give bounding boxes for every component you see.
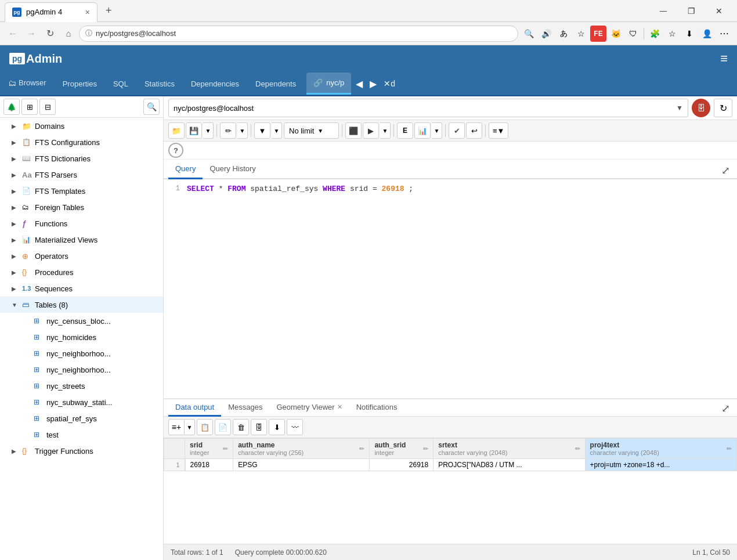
forward-btn[interactable]: → <box>23 26 39 42</box>
save-btn[interactable]: 💾 <box>186 122 202 139</box>
ext-btn[interactable]: 🐱 <box>608 26 624 42</box>
delete-row-btn[interactable]: 🗑 <box>233 419 249 435</box>
profile-btn[interactable]: 👤 <box>699 26 715 42</box>
add-row-dropdown[interactable]: ▼ <box>185 419 195 435</box>
query-tab-active[interactable]: 🔗 nyc/p <box>306 73 351 95</box>
restore-btn[interactable]: ❐ <box>678 2 705 20</box>
macros-btn[interactable]: ≡▼ <box>489 122 508 139</box>
edit-btn[interactable]: ✏ <box>220 122 236 139</box>
rollback-btn[interactable]: ↩ <box>466 122 482 139</box>
more-btn[interactable]: ⋯ <box>716 26 732 42</box>
paste-btn[interactable]: 📄 <box>215 419 231 435</box>
tree-item-fts-configs[interactable]: ▶ 📋 FTS Configurations <box>0 134 163 150</box>
run-dropdown-btn[interactable]: ▼ <box>380 122 391 139</box>
tree-item-test[interactable]: ⊞ test <box>0 427 163 443</box>
tree-item-tables[interactable]: ▼ 🗃 Tables (8) <box>0 297 163 313</box>
close-btn[interactable]: ✕ <box>706 2 732 20</box>
sidebar-tree-btn[interactable]: 🌲 <box>3 99 20 115</box>
results-tab-messages[interactable]: Messages <box>221 399 269 417</box>
browser-tab[interactable]: pg pgAdmin 4 × <box>5 2 97 22</box>
search-nav-btn[interactable]: 🔍 <box>521 26 537 42</box>
sql-editor[interactable]: 1 SELECT * FROM spatial_ref_sys WHERE sr… <box>164 179 737 399</box>
open-file-btn[interactable]: 📁 <box>168 122 185 139</box>
sidebar-search-btn[interactable]: 🔍 <box>143 99 160 115</box>
explain-btn[interactable]: E <box>397 122 413 139</box>
refresh-nav-btn[interactable]: ↻ <box>42 26 58 42</box>
edit-col-icon[interactable]: ✏ <box>223 445 228 453</box>
refresh-connection-btn[interactable]: ↻ <box>714 99 732 117</box>
read-aloud-btn[interactable]: 🔊 <box>538 26 554 42</box>
favorites-btn[interactable]: ☆ <box>573 26 589 42</box>
tab-nav-next[interactable]: ▶ <box>366 76 380 92</box>
minimize-btn[interactable]: — <box>650 2 677 20</box>
save-data-btn[interactable]: 🗄 <box>251 419 267 435</box>
tab-close-active[interactable]: ✕d <box>380 77 399 91</box>
save-dropdown-btn[interactable]: ▼ <box>203 122 214 139</box>
analyze-btn[interactable]: 📊 <box>414 122 431 139</box>
tab-browser[interactable]: 🗂 Browser <box>0 71 55 96</box>
tree-item-fts-parsers[interactable]: ▶ Aa FTS Parsers <box>0 167 163 183</box>
tab-close-btn[interactable]: × <box>85 8 90 17</box>
analyze-dropdown-btn[interactable]: ▼ <box>432 122 442 139</box>
copy-btn[interactable]: 📋 <box>197 419 213 435</box>
fe-btn[interactable]: FE <box>590 26 606 42</box>
db-connection-selector[interactable]: nyc/postgres@localhost ▼ <box>168 99 688 117</box>
tab-dependencies[interactable]: Dependencies <box>183 71 247 96</box>
tree-item-nyc-streets[interactable]: ⊞ nyc_streets <box>0 378 163 394</box>
fav-list-btn[interactable]: ☆ <box>664 26 680 42</box>
translate-btn[interactable]: あ <box>555 26 572 42</box>
tab-properties[interactable]: Properties <box>55 71 105 96</box>
tree-item-spatial-ref-sys[interactable]: ⊞ spatial_ref_sys <box>0 410 163 427</box>
download-btn[interactable]: ⬇ <box>269 419 285 435</box>
results-expand-btn[interactable]: ⤢ <box>719 401 732 416</box>
editor-expand-btn[interactable]: ⤢ <box>719 163 732 178</box>
filter-dropdown-btn[interactable]: ▼ <box>272 122 282 139</box>
edit-col-icon[interactable]: ✏ <box>575 445 580 453</box>
tree-item-nyc-neighborhoods2[interactable]: ⊞ nyc_neighborhoo... <box>0 362 163 378</box>
tree-item-functions[interactable]: ▶ ƒ Functions <box>0 215 163 232</box>
tab-dependents[interactable]: Dependents <box>247 71 304 96</box>
results-tab-notifications[interactable]: Notifications <box>349 399 404 417</box>
new-tab-btn[interactable]: + <box>101 3 117 18</box>
edit-col-icon[interactable]: ✏ <box>727 445 732 453</box>
shield-btn[interactable]: 🛡 <box>625 26 641 42</box>
tab-query-history[interactable]: Query History <box>203 160 262 179</box>
edit-col-icon[interactable]: ✏ <box>359 445 364 453</box>
downloads-btn[interactable]: ⬇ <box>681 26 698 42</box>
tree-item-fts-dicts[interactable]: ▶ 📖 FTS Dictionaries <box>0 150 163 167</box>
limit-selector[interactable]: No limit ▼ <box>284 122 339 139</box>
tree-item-nyc-census[interactable]: ⊞ nyc_census_bloc... <box>0 313 163 329</box>
graph-btn[interactable]: 〰 <box>287 419 303 435</box>
results-tab-geometry-viewer[interactable]: Geometry Viewer ✕ <box>269 399 349 417</box>
extensions-btn[interactable]: 🧩 <box>646 26 663 42</box>
tree-item-sequences[interactable]: ▶ 1.3 Sequences <box>0 280 163 297</box>
address-bar[interactable]: ⓘ nyc/postgres@localhost <box>79 26 518 42</box>
tree-item-procedures[interactable]: ▶ {} Procedures <box>0 264 163 280</box>
tree-item-foreign-tables[interactable]: ▶ 🗂 Foreign Tables <box>0 199 163 215</box>
tree-item-nyc-neighborhoods1[interactable]: ⊞ nyc_neighborhoo... <box>0 345 163 362</box>
filter-btn[interactable]: ▼ <box>254 122 270 139</box>
help-btn[interactable]: ? <box>168 143 183 158</box>
tree-item-materialized-views[interactable]: ▶ 📊 Materialized Views <box>0 232 163 248</box>
edit-col-icon[interactable]: ✏ <box>423 445 428 453</box>
sidebar-grid-btn[interactable]: ⊟ <box>39 99 56 115</box>
tab-query[interactable]: Query <box>168 160 203 179</box>
add-row-btn[interactable]: ≡+ <box>168 419 185 435</box>
back-btn[interactable]: ← <box>5 26 21 42</box>
tree-item-nyc-subway[interactable]: ⊞ nyc_subway_stati... <box>0 394 163 410</box>
header-menu-btn[interactable]: ≡ <box>720 51 728 66</box>
tab-nav-prev[interactable]: ◀ <box>352 76 366 92</box>
geometry-viewer-close-icon[interactable]: ✕ <box>337 403 342 411</box>
tree-item-fts-templates[interactable]: ▶ 📄 FTS Templates <box>0 183 163 199</box>
stop-btn[interactable]: ⬛ <box>345 122 362 139</box>
results-tab-data-output[interactable]: Data output <box>168 399 221 417</box>
tab-sql[interactable]: SQL <box>105 71 136 96</box>
sidebar-table-btn[interactable]: ⊞ <box>21 99 38 115</box>
run-btn[interactable]: ▶ <box>363 122 379 139</box>
home-btn[interactable]: ⌂ <box>60 26 77 42</box>
tree-item-operators[interactable]: ▶ ⊕ Operators <box>0 248 163 264</box>
tree-item-trigger-functions[interactable]: ▶ {} Trigger Functions <box>0 443 163 459</box>
tab-statistics[interactable]: Statistics <box>136 71 183 96</box>
tree-item-domains[interactable]: ▶ 📁 Domains <box>0 118 163 134</box>
commit-btn[interactable]: ✔ <box>449 122 465 139</box>
